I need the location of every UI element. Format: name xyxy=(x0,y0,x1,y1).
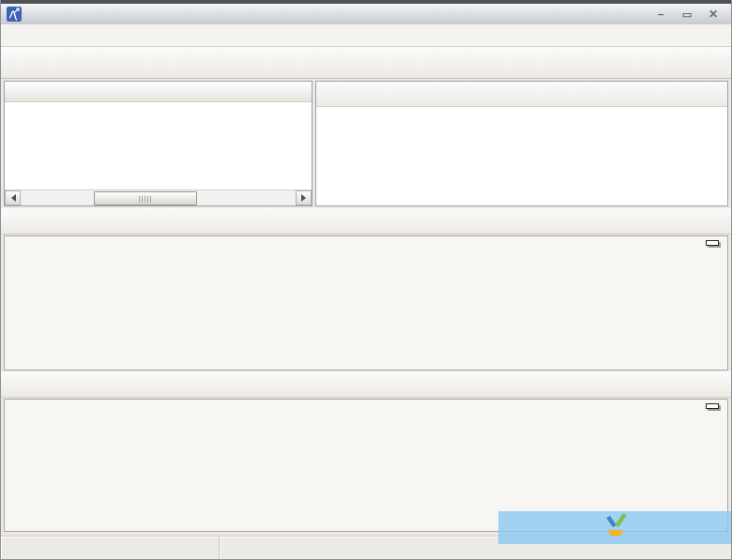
frequency-toolbar xyxy=(1,208,731,235)
frequency-spectrum-panel xyxy=(4,235,728,371)
app-icon xyxy=(7,7,22,22)
status-format xyxy=(1,537,220,559)
frequency-spectrum-chart[interactable] xyxy=(5,250,727,370)
main-toolbar xyxy=(1,47,731,79)
top-row xyxy=(1,79,731,208)
scrollbar-thumb[interactable] xyxy=(94,191,197,205)
legend xyxy=(706,403,719,409)
chart-title xyxy=(5,400,727,414)
file-list-header xyxy=(5,82,312,102)
file-list-panel xyxy=(4,81,313,206)
scroll-right-button[interactable] xyxy=(296,190,312,205)
watermark xyxy=(498,511,732,544)
close-button[interactable] xyxy=(705,7,722,22)
minimize-button[interactable] xyxy=(652,7,669,22)
time-toolbar xyxy=(1,371,731,398)
chart-title xyxy=(5,236,727,250)
menu-bar xyxy=(1,24,731,47)
download-arrow-icon xyxy=(603,514,628,542)
horizontal-scrollbar[interactable] xyxy=(5,189,312,205)
maximize-button[interactable] xyxy=(679,7,695,22)
file-list-body xyxy=(5,102,312,189)
signal-overview-panel xyxy=(315,81,728,206)
overview-toolbar xyxy=(316,82,727,107)
title-bar xyxy=(1,0,731,24)
overview-waveform-chart[interactable] xyxy=(316,107,727,205)
scroll-left-button[interactable] xyxy=(5,190,21,205)
app-window xyxy=(0,0,732,560)
legend xyxy=(706,240,719,246)
